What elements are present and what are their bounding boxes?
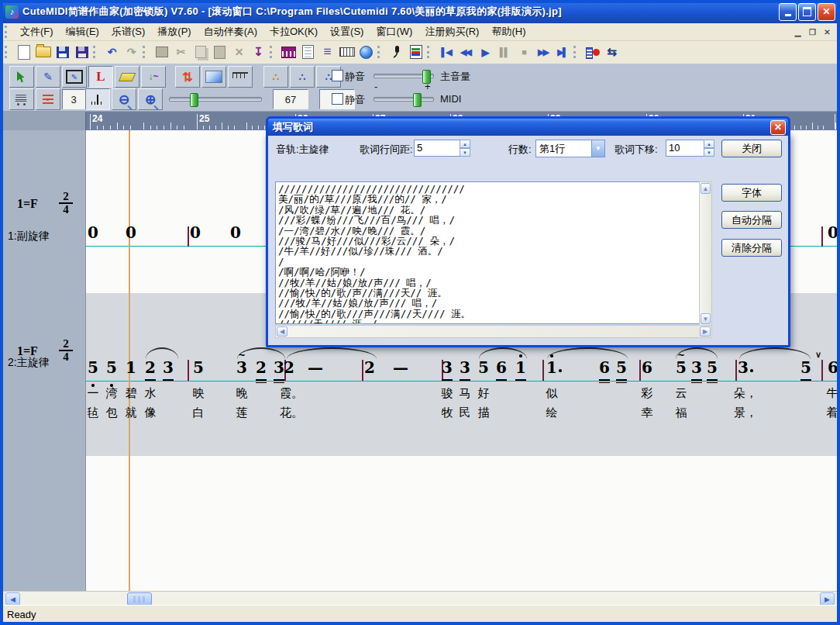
score-note[interactable]: 1: [546, 358, 557, 377]
dialog-close-button[interactable]: ✕: [770, 120, 786, 135]
score-note[interactable]: 2: [364, 358, 375, 377]
menu-item-1[interactable]: 编辑(E): [60, 23, 105, 40]
region-select-button[interactable]: [201, 66, 226, 88]
score-note[interactable]: 3: [442, 358, 453, 377]
select-tool-button[interactable]: [9, 66, 34, 88]
velocity-box[interactable]: 67: [273, 89, 308, 109]
spinner-up-icon[interactable]: ▲: [704, 140, 714, 148]
chord-cart-button[interactable]: [9, 88, 34, 110]
score-note[interactable]: 5: [193, 358, 204, 377]
lyric-offset-input[interactable]: 10: [666, 140, 706, 157]
score-note[interactable]: 5: [616, 358, 627, 377]
textarea-hscrollbar[interactable]: ◀ ▶: [275, 325, 712, 338]
midi-mute-checkbox[interactable]: [332, 93, 343, 105]
score-note[interactable]: 5: [88, 358, 98, 377]
menu-item-8[interactable]: 注册购买(R): [418, 23, 485, 40]
open-file-button[interactable]: [33, 43, 53, 61]
fast-forward-button[interactable]: ▶▶: [533, 43, 553, 61]
line-spacing-button[interactable]: [36, 88, 60, 110]
eraser-tool-button[interactable]: [115, 66, 139, 88]
score-note[interactable]: 3: [691, 358, 702, 377]
pencil-tool-button[interactable]: ✎: [36, 66, 60, 88]
menu-item-5[interactable]: 卡拉OK(K): [263, 23, 324, 40]
score-note[interactable]: 2: [284, 358, 294, 377]
paste-button[interactable]: [210, 43, 229, 61]
event-list-button[interactable]: [298, 43, 318, 61]
line-spacing-input[interactable]: 5: [414, 140, 460, 157]
rewind-button[interactable]: ◀◀: [456, 43, 475, 61]
new-file-button[interactable]: [14, 43, 33, 61]
count-box[interactable]: 3: [62, 89, 85, 109]
score-note[interactable]: —: [393, 358, 408, 377]
mdi-minimize-button[interactable]: ▁: [791, 26, 804, 38]
midi-volume-slider[interactable]: [374, 97, 434, 102]
tuplet-tool-1-button[interactable]: ∴: [263, 66, 288, 88]
menu-item-9[interactable]: 帮助(H): [485, 23, 532, 40]
record-button[interactable]: [583, 43, 602, 61]
line-count-combobox[interactable]: 第1行 ▼: [535, 140, 605, 157]
lyric-offset-spinner[interactable]: ▲ ▼: [704, 140, 714, 157]
scroll-down-icon[interactable]: ▼: [701, 313, 711, 324]
clear-separate-button[interactable]: 清除分隔: [721, 239, 782, 257]
record-voice-button[interactable]: [387, 43, 406, 61]
score-note[interactable]: 3: [460, 358, 470, 377]
auto-separate-button[interactable]: 自动分隔: [721, 211, 782, 229]
zoom-out-button[interactable]: ⊖: [112, 88, 136, 110]
delete-button[interactable]: ✕: [229, 43, 249, 61]
save-button[interactable]: [53, 43, 72, 61]
save-all-button[interactable]: [72, 43, 91, 61]
lyrics-textarea[interactable]: //////////////////////////////// 美/丽/的/草…: [275, 181, 700, 324]
mdi-restore-button[interactable]: ❐: [806, 26, 819, 38]
menu-item-6[interactable]: 设置(S): [324, 23, 370, 40]
skip-to-end-button[interactable]: ▶▌: [553, 43, 572, 61]
stop-button[interactable]: ■: [514, 43, 533, 61]
scroll-left-icon[interactable]: ◀: [277, 326, 287, 337]
close-dialog-button[interactable]: 关闭: [721, 140, 782, 157]
pause-button[interactable]: ▌▌: [494, 43, 514, 61]
scroll-left-button[interactable]: ◀: [5, 592, 20, 606]
rest-note[interactable]: 0: [88, 223, 98, 242]
combo-down-icon[interactable]: ▼: [591, 140, 604, 157]
melody-line-tool-button[interactable]: ↓~: [141, 66, 166, 88]
cut-button[interactable]: ✂: [171, 43, 191, 61]
score-note[interactable]: 6: [496, 358, 507, 377]
undo-button[interactable]: ↶: [102, 43, 122, 61]
menu-item-7[interactable]: 窗口(W): [370, 23, 418, 40]
scroll-up-icon[interactable]: ▲: [701, 183, 711, 194]
region-edit-tool-button[interactable]: ✎: [62, 66, 87, 88]
score-note[interactable]: 1: [126, 358, 136, 377]
staff-view-button[interactable]: ≡: [318, 43, 337, 61]
lyric-tool-button[interactable]: L: [88, 66, 113, 88]
score-note[interactable]: 5: [800, 358, 811, 377]
rest-note[interactable]: 0: [230, 223, 241, 242]
minimize-button[interactable]: [779, 3, 797, 21]
zoom-in-button[interactable]: ⊕: [138, 88, 163, 110]
main-volume-slider[interactable]: [374, 74, 434, 78]
midi-volume-thumb[interactable]: [413, 93, 422, 107]
score-note[interactable]: 6: [642, 358, 652, 377]
score-note[interactable]: 2: [145, 358, 156, 377]
tuplet-tool-2-button[interactable]: ∴: [290, 66, 315, 88]
piano-roll-button[interactable]: [279, 43, 298, 61]
score-note[interactable]: 6: [599, 358, 610, 377]
score-note[interactable]: 5: [478, 358, 489, 377]
spinner-down-icon[interactable]: ▼: [460, 148, 470, 157]
scroll-right-icon[interactable]: ▶: [700, 326, 711, 337]
scroll-right-button[interactable]: ▶: [820, 592, 835, 606]
track-list-button[interactable]: [406, 43, 425, 61]
zoom-slider[interactable]: [169, 97, 262, 102]
score-note[interactable]: 5: [707, 358, 718, 377]
play-button[interactable]: ▶: [475, 43, 494, 61]
line-spacing-spinner[interactable]: ▲ ▼: [460, 140, 470, 157]
skip-to-start-button[interactable]: ▌◀: [436, 43, 456, 61]
menu-item-4[interactable]: 自动伴奏(A): [198, 23, 263, 40]
stem-tool-button[interactable]: [85, 88, 110, 110]
horizontal-scrollbar[interactable]: ◀ ║║║ ▶: [3, 591, 837, 606]
keyboard-view-button[interactable]: [337, 43, 356, 61]
zoom-slider-thumb[interactable]: [190, 93, 198, 107]
menu-item-0[interactable]: 文件(F): [14, 23, 60, 40]
redo-button[interactable]: ↷: [122, 43, 141, 61]
menu-item-3[interactable]: 播放(P): [151, 23, 197, 40]
close-button[interactable]: ✕: [818, 3, 835, 21]
score-note[interactable]: 3: [163, 358, 174, 377]
